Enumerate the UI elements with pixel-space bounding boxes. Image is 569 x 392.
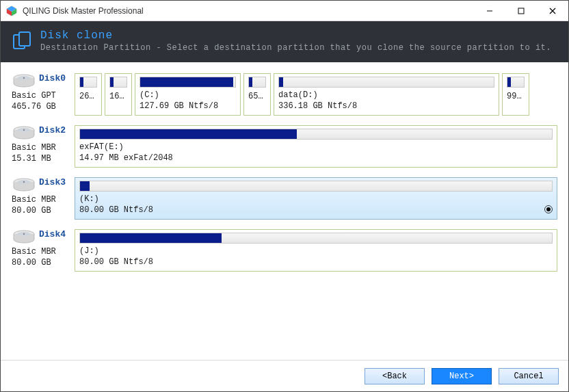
partition-name: (K:) [79, 194, 553, 204]
partition-row: exFAT(E:)14.97 MB exFat/2048 [75, 125, 557, 168]
partition[interactable]: 16... [105, 73, 132, 116]
partition-desc: 336.18 GB Ntfs/8 [278, 101, 357, 111]
disk-meta: Disk3Basic MBR80.00 GB [12, 177, 75, 220]
disk-type: Basic MBR [12, 247, 75, 257]
disk-type: Basic MBR [12, 195, 75, 205]
disk-meta: Disk0Basic GPT465.76 GB [12, 73, 75, 116]
svg-point-12 [23, 77, 25, 79]
partition[interactable]: 26... [75, 73, 102, 116]
svg-point-21 [23, 233, 25, 235]
disk-size: 80.00 GB [12, 258, 75, 267]
partition-desc: 14.97 MB exFat/2048 [79, 153, 173, 163]
partition-desc: 26... [79, 92, 97, 101]
disk-list: Disk0Basic GPT465.76 GB26...16...(C:)127… [1, 62, 568, 360]
window-title: QILING Disk Master Professional [23, 6, 144, 16]
usage-bar [140, 77, 236, 88]
disk-block: Disk4Basic MBR80.00 GB(J:)80.00 GB Ntfs/… [12, 229, 557, 272]
partition-desc: 99... [507, 92, 525, 101]
app-window: QILING Disk Master Professional Disk clo… [0, 0, 569, 392]
titlebar: QILING Disk Master Professional [1, 1, 568, 21]
partition[interactable]: (J:)80.00 GB Ntfs/8 [75, 229, 557, 272]
app-logo-icon [6, 5, 17, 16]
page-header: Disk clone Destination Partition - Selec… [1, 21, 568, 62]
disk-name: Disk4 [39, 229, 66, 239]
disk-type: Basic GPT [12, 91, 75, 101]
disk-type: Basic MBR [12, 143, 75, 153]
usage-bar [278, 77, 494, 88]
close-button[interactable] [537, 1, 568, 21]
usage-bar [248, 77, 266, 88]
partition-name: (J:) [79, 246, 553, 256]
usage-bar [507, 77, 525, 88]
wizard-footer: <Back Next> Cancel [1, 360, 568, 391]
cancel-button[interactable]: Cancel [499, 368, 559, 384]
disk-size: 80.00 GB [12, 206, 75, 215]
partition[interactable]: (C:)127.69 GB Ntfs/8 [135, 73, 241, 116]
disk-name: Disk0 [39, 73, 66, 83]
partition[interactable]: 65... [243, 73, 271, 116]
selected-radio-icon [544, 205, 553, 213]
back-button[interactable]: <Back [365, 368, 425, 384]
svg-point-18 [23, 181, 25, 183]
svg-rect-5 [518, 8, 524, 14]
disk-block: Disk3Basic MBR80.00 GB(K:)80.00 GB Ntfs/… [12, 177, 557, 220]
disk-block: Disk2Basic MBR15.31 MBexFAT(E:)14.97 MB … [12, 125, 557, 168]
usage-bar [109, 77, 127, 88]
partition[interactable]: data(D:)336.18 GB Ntfs/8 [274, 73, 499, 116]
disk-icon [12, 229, 36, 246]
partition-desc: 127.69 GB Ntfs/8 [140, 101, 218, 111]
partition-desc: 80.00 GB Ntfs/8 [79, 205, 153, 215]
usage-bar [79, 181, 553, 192]
minimize-button[interactable] [474, 1, 505, 21]
partition-row: (J:)80.00 GB Ntfs/8 [75, 229, 557, 272]
svg-rect-9 [19, 32, 30, 46]
partition-row: 26...16...(C:)127.69 GB Ntfs/865...data(… [75, 73, 557, 116]
partition[interactable]: exFAT(E:)14.97 MB exFat/2048 [75, 125, 557, 168]
partition-name: exFAT(E:) [79, 142, 553, 152]
maximize-button[interactable] [505, 1, 537, 21]
disk-meta: Disk2Basic MBR15.31 MB [12, 125, 75, 168]
disk-block: Disk0Basic GPT465.76 GB26...16...(C:)127… [12, 73, 557, 116]
disk-name: Disk3 [39, 177, 66, 187]
next-button[interactable]: Next> [432, 368, 492, 384]
page-subtitle: Destination Partition - Select a destina… [40, 43, 551, 53]
usage-bar [79, 129, 553, 140]
partition-name: data(D:) [278, 90, 494, 100]
partition-name: (C:) [140, 90, 236, 100]
disk-size: 15.31 MB [12, 154, 75, 164]
usage-bar [79, 77, 97, 88]
partition-desc: 65... [248, 92, 266, 101]
disk-icon [12, 177, 36, 194]
svg-point-15 [23, 129, 25, 131]
page-title: Disk clone [40, 29, 551, 42]
disk-icon [12, 73, 36, 90]
partition-row: (K:)80.00 GB Ntfs/8 [75, 177, 557, 220]
partition[interactable]: 99... [502, 73, 529, 116]
partition-desc: 80.00 GB Ntfs/8 [79, 257, 153, 267]
partition-desc: 16... [109, 92, 127, 101]
partition[interactable]: (K:)80.00 GB Ntfs/8 [75, 177, 557, 220]
usage-bar [79, 233, 553, 244]
clone-icon [12, 31, 34, 53]
disk-icon [12, 125, 36, 142]
disk-meta: Disk4Basic MBR80.00 GB [12, 229, 75, 272]
disk-size: 465.76 GB [12, 102, 75, 112]
disk-name: Disk2 [39, 125, 66, 135]
